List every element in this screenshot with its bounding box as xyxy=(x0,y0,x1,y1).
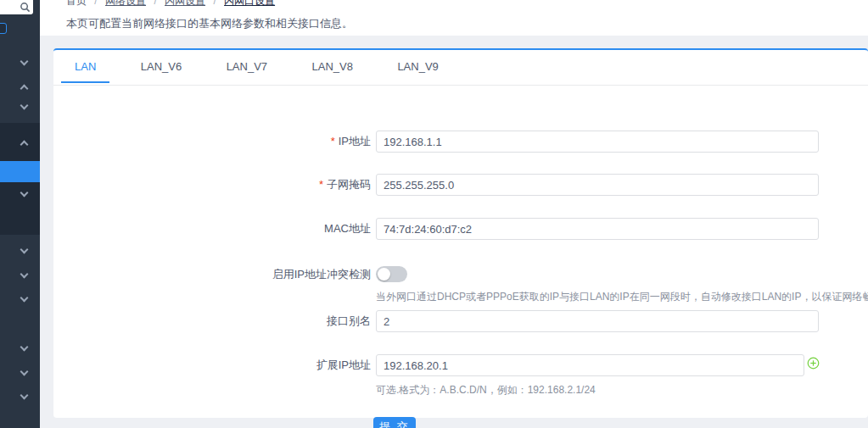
tab-lan[interactable]: LAN xyxy=(61,50,109,83)
extended-ip-label: 扩展IP地址 xyxy=(53,354,371,376)
ip-conflict-detect-help: 当外网口通过DHCP或者PPPoE获取的IP与接口LAN的IP在同一网段时，自动… xyxy=(376,290,868,304)
page-header: 首页 / 网络设置 / 内网设置 / 内网口设置 本页可配置当前网络接口的基本网… xyxy=(40,0,868,36)
tab-lan-v7[interactable]: LAN_V7 xyxy=(213,50,281,83)
tab-lan-v9[interactable]: LAN_V9 xyxy=(384,50,451,83)
sidebar xyxy=(0,0,40,428)
subnet-mask-label: *子网掩码 xyxy=(53,174,371,196)
sidebar-item[interactable] xyxy=(0,77,40,97)
chevron-down-icon xyxy=(20,246,29,254)
ip-address-label: *IP地址 xyxy=(53,131,371,153)
ip-conflict-detect-label: 启用IP地址冲突检测 xyxy=(53,266,371,282)
interface-alias-label: 接口别名 xyxy=(53,310,371,332)
search-icon xyxy=(20,2,31,13)
tab-lan-v8[interactable]: LAN_V8 xyxy=(299,50,367,83)
chevron-down-icon xyxy=(20,189,29,197)
chevron-up-icon xyxy=(20,141,29,149)
mac-address-label: MAC地址 xyxy=(53,218,371,240)
chevron-up-icon xyxy=(20,85,29,93)
breadcrumb-lan-port-settings[interactable]: 内网口设置 xyxy=(224,0,275,7)
chevron-down-icon xyxy=(20,294,29,303)
sidebar-item[interactable] xyxy=(0,290,40,310)
ip-conflict-detect-toggle[interactable] xyxy=(376,266,407,282)
ip-address-input[interactable] xyxy=(376,131,819,153)
screen: 首页 / 网络设置 / 内网设置 / 内网口设置 本页可配置当前网络接口的基本网… xyxy=(0,0,868,428)
subnet-mask-input[interactable] xyxy=(376,174,819,196)
sidebar-item[interactable] xyxy=(0,387,40,408)
submit-button[interactable]: 提 交 xyxy=(373,417,416,428)
sidebar-item-active[interactable] xyxy=(0,161,40,182)
interface-alias-input[interactable] xyxy=(376,310,819,332)
toggle-knob xyxy=(378,268,390,281)
breadcrumb-separator: / xyxy=(213,0,216,7)
extended-ip-input[interactable] xyxy=(376,354,804,376)
sidebar-item[interactable] xyxy=(0,339,40,359)
chevron-down-icon xyxy=(20,392,29,400)
sidebar-item[interactable] xyxy=(0,97,40,118)
add-extended-ip-button[interactable] xyxy=(807,357,820,370)
sidebar-item[interactable] xyxy=(0,185,40,205)
sidebar-search-panel[interactable] xyxy=(0,0,33,14)
breadcrumb: 首页 / 网络设置 / 内网设置 / 内网口设置 xyxy=(66,0,275,8)
main-content: 首页 / 网络设置 / 内网设置 / 内网口设置 本页可配置当前网络接口的基本网… xyxy=(40,0,868,428)
chevron-down-icon xyxy=(20,102,29,110)
breadcrumb-network-settings[interactable]: 网络设置 xyxy=(105,0,146,7)
sidebar-item[interactable] xyxy=(0,53,40,74)
tab-lan-v6[interactable]: LAN_V6 xyxy=(127,50,195,83)
chevron-down-icon xyxy=(20,270,29,279)
required-marker: * xyxy=(331,135,335,147)
chevron-down-icon xyxy=(20,58,29,66)
plus-circle-icon xyxy=(807,357,820,370)
sidebar-item[interactable] xyxy=(0,266,40,286)
sidebar-item[interactable] xyxy=(0,364,40,384)
breadcrumb-separator: / xyxy=(94,0,97,7)
breadcrumb-lan-settings[interactable]: 内网设置 xyxy=(165,0,205,7)
sidebar-item[interactable] xyxy=(0,133,40,153)
page-description: 本页可配置当前网络接口的基本网络参数和相关接口信息。 xyxy=(66,16,353,31)
tab-bar: LAN LAN_V6 LAN_V7 LAN_V8 LAN_V9 xyxy=(53,50,868,86)
chevron-down-icon xyxy=(20,368,29,376)
breadcrumb-separator: / xyxy=(154,0,156,7)
chevron-down-icon xyxy=(20,343,29,352)
breadcrumb-home[interactable]: 首页 xyxy=(66,0,87,7)
sidebar-collapsed-badge[interactable] xyxy=(0,23,7,34)
sidebar-item[interactable] xyxy=(0,242,40,262)
mac-address-input[interactable] xyxy=(376,218,819,240)
settings-card: LAN LAN_V6 LAN_V7 LAN_V8 LAN_V9 *IP地址 *子… xyxy=(53,48,868,418)
required-marker: * xyxy=(319,178,323,191)
extended-ip-help: 可选.格式为：A.B.C.D/N，例如：192.168.2.1/24 xyxy=(376,383,596,397)
